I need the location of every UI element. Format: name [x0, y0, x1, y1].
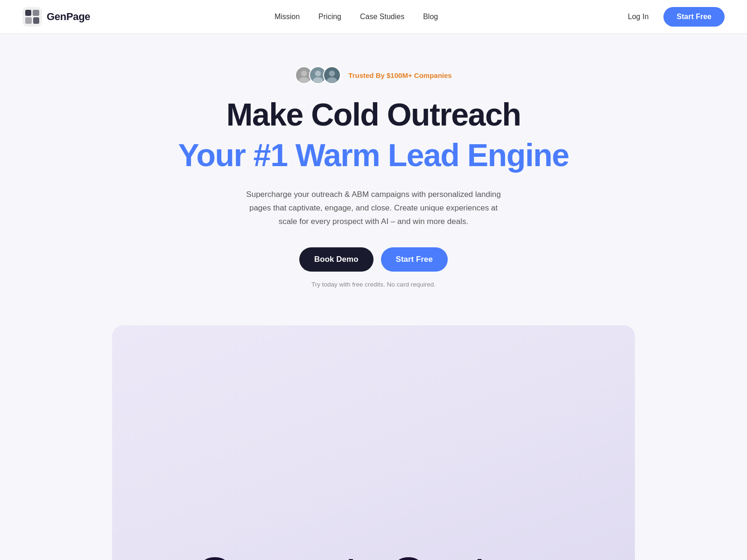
feature-card-text: Generate Custom Landing Pages [149, 551, 598, 560]
feature-preview-section: Generate Custom Landing Pages [0, 316, 747, 560]
nav-item-pricing[interactable]: Pricing [318, 13, 341, 21]
nav-item-mission[interactable]: Mission [275, 13, 300, 21]
nav-item-case-studies[interactable]: Case Studies [360, 13, 404, 21]
book-demo-button[interactable]: Book Demo [299, 247, 373, 272]
trusted-badge-text: Trusted By $100M+ Companies [348, 71, 451, 79]
svg-rect-0 [22, 7, 42, 27]
trusted-avatars [295, 66, 337, 84]
feature-card: Generate Custom Landing Pages [112, 325, 635, 560]
trusted-badge: Trusted By $100M+ Companies [295, 66, 451, 84]
svg-point-13 [327, 77, 337, 84]
hero-description: Supercharge your outreach & ABM campaign… [243, 188, 504, 229]
hero-headline-line2: Your #1 Warm Lead Engine [178, 137, 569, 173]
svg-point-7 [299, 77, 309, 84]
genpage-logo-icon [22, 7, 42, 27]
start-free-hero-button[interactable]: Start Free [381, 247, 448, 272]
svg-point-10 [313, 77, 323, 84]
hero-section: Trusted By $100M+ Companies Make Cold Ou… [0, 34, 747, 316]
hero-buttons: Book Demo Start Free [299, 247, 448, 272]
svg-point-9 [315, 70, 321, 77]
svg-point-6 [301, 70, 307, 77]
logo-text: GenPage [47, 11, 90, 23]
feature-title-line1: Generate Custom [149, 551, 598, 560]
svg-rect-3 [25, 17, 32, 24]
main-nav: Mission Pricing Case Studies Blog [275, 13, 438, 21]
navbar-actions: Log In Start Free [622, 7, 725, 27]
hero-subtext: Try today with free credits. No card req… [311, 281, 436, 288]
avatar-3 [323, 66, 341, 84]
svg-rect-1 [25, 10, 31, 16]
logo-link[interactable]: GenPage [22, 7, 90, 27]
svg-rect-4 [33, 17, 39, 24]
login-button[interactable]: Log In [622, 9, 654, 25]
hero-headline-line1: Make Cold Outreach [226, 97, 521, 132]
navbar: GenPage Mission Pricing Case Studies Blo… [0, 0, 747, 34]
svg-point-12 [329, 70, 335, 77]
svg-rect-2 [33, 10, 39, 16]
nav-item-blog[interactable]: Blog [423, 13, 438, 21]
start-free-nav-button[interactable]: Start Free [663, 7, 725, 27]
